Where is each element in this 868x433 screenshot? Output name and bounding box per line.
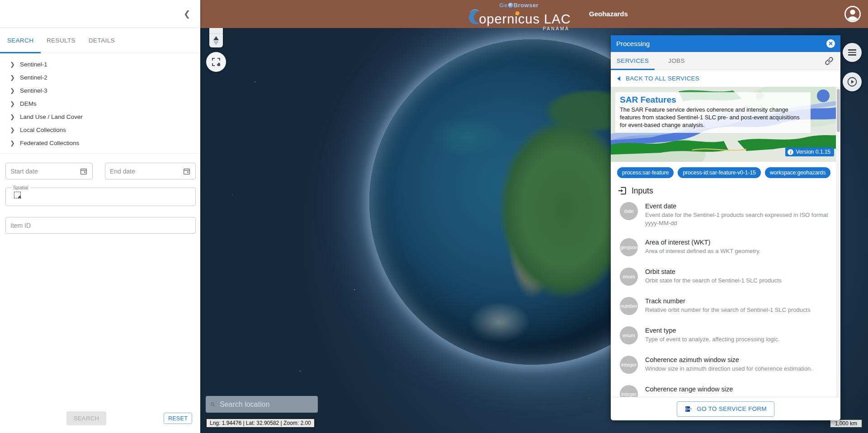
- sidebar-header: ❮: [0, 0, 200, 28]
- search-button[interactable]: SEARCH: [66, 411, 106, 425]
- collection-tree-item[interactable]: ❯ Sentinel-1: [0, 58, 200, 71]
- compass-north-icon: [213, 36, 219, 40]
- play-timeline-button[interactable]: [843, 72, 862, 91]
- collections-tree: ❯ Sentinel-1 ❯ Sentinel-2 ❯ Sentinel-3 ❯…: [0, 53, 200, 154]
- back-arrow-icon: [617, 76, 620, 81]
- input-description: Area of interest defined as a WKT geomet…: [645, 247, 760, 255]
- panel-footer: GO TO SERVICE FORM: [611, 397, 840, 420]
- input-type-badge: geojson: [620, 238, 638, 256]
- close-icon[interactable]: ✕: [826, 39, 835, 48]
- reset-button[interactable]: RESET: [164, 413, 192, 424]
- input-parameter-row[interactable]: integer Coherence range window size: [620, 385, 834, 397]
- end-date-input[interactable]: [110, 168, 183, 175]
- input-description: Type of event to analyze, affecting proc…: [645, 335, 780, 344]
- panel-scroll-area[interactable]: SAR Features The SAR Feature service der…: [611, 87, 840, 397]
- panel-tab[interactable]: JOBS: [655, 52, 698, 70]
- panel-scrollbar[interactable]: [836, 87, 840, 397]
- chevron-right-icon[interactable]: ❯: [10, 113, 20, 120]
- input-type-badge: date: [620, 202, 638, 220]
- input-name: Orbit state: [645, 268, 782, 275]
- service-name: SAR Features: [620, 95, 806, 105]
- input-description: Relative orbit number for the search of …: [645, 306, 811, 314]
- collection-tree-item[interactable]: ❯ Sentinel-3: [0, 84, 200, 97]
- compass-south-icon: [213, 41, 219, 45]
- user-avatar-icon[interactable]: [844, 5, 862, 23]
- input-type-badge: number: [620, 297, 638, 315]
- input-name: Event type: [645, 327, 780, 334]
- bbox-draw-icon: [212, 58, 220, 66]
- input-parameter-row[interactable]: enum Orbit state Orbit state for the sea…: [620, 268, 834, 286]
- input-description: Event date for the Sentinel-1 products s…: [645, 211, 830, 227]
- search-sidebar: ❮ SEARCHRESULTSDETAILS ❯ Sentinel-1 ❯ Se…: [0, 0, 200, 433]
- calendar-icon[interactable]: [183, 167, 191, 175]
- start-date-input[interactable]: [10, 168, 80, 175]
- sidebar-tab[interactable]: DETAILS: [81, 28, 122, 53]
- input-parameter-row[interactable]: geojson Area of interest (WKT) Area of i…: [620, 238, 834, 256]
- input-type-badge: enum: [620, 268, 638, 286]
- app-header: GeBrowser opernicus LAC PANAMÁ Geohazard…: [200, 0, 868, 28]
- spatial-label: Spatial: [11, 185, 30, 190]
- service-card[interactable]: SAR Features The SAR Feature service der…: [611, 87, 840, 162]
- sidebar-tab[interactable]: RESULTS: [41, 28, 81, 53]
- panel-tab[interactable]: SERVICES: [611, 52, 655, 70]
- service-form-icon: [684, 405, 693, 413]
- panel-title: Processing: [616, 40, 650, 47]
- input-name: Area of interest (WKT): [645, 239, 760, 246]
- collection-tree-item[interactable]: ❯ Sentinel-2: [0, 71, 200, 84]
- item-id-input[interactable]: [10, 222, 191, 229]
- chevron-right-icon[interactable]: ❯: [10, 74, 20, 81]
- copernicus-logo: GeBrowser opernicus LAC PANAMÁ: [460, 2, 578, 31]
- scrollbar-thumb[interactable]: [837, 89, 840, 132]
- back-to-all-services-link[interactable]: BACK TO ALL SERVICES: [611, 70, 840, 87]
- collection-tree-item[interactable]: ❯ Land Use / Land Cover: [0, 110, 200, 123]
- brand-text: opernicus LAC: [479, 13, 571, 26]
- brand-subtitle: PANAMÁ: [460, 26, 578, 31]
- collection-tree-item[interactable]: ❯ Federated Collections: [0, 136, 200, 150]
- end-date-field: [105, 163, 196, 179]
- permalink-icon[interactable]: [824, 56, 834, 66]
- draw-bbox-button[interactable]: [206, 52, 226, 72]
- location-search-input[interactable]: [220, 400, 313, 409]
- chevron-right-icon[interactable]: ❯: [10, 127, 20, 133]
- spatial-draw-icon[interactable]: [14, 192, 21, 198]
- collapse-sidebar-icon[interactable]: ❮: [184, 9, 190, 19]
- geobrowser-globe-icon: [508, 3, 513, 8]
- search-icon: [210, 400, 215, 409]
- info-icon: i: [788, 149, 793, 155]
- collection-tree-item[interactable]: ❯ DEMs: [0, 97, 200, 110]
- input-parameter-row[interactable]: enum Event type Type of event to analyze…: [620, 326, 834, 344]
- go-to-service-form-button[interactable]: GO TO SERVICE FORM: [677, 401, 774, 417]
- play-circle-icon: [847, 76, 858, 87]
- start-date-field: [5, 163, 93, 179]
- inputs-heading: Inputs: [632, 186, 653, 196]
- inputs-icon: [617, 186, 627, 196]
- brand-orange-dot: [515, 11, 519, 15]
- collection-tree-item[interactable]: ❯ Local Collections: [0, 123, 200, 136]
- chevron-right-icon[interactable]: ❯: [10, 61, 20, 68]
- layers-menu-button[interactable]: [843, 43, 862, 62]
- compass-reset-button[interactable]: [209, 34, 223, 47]
- input-parameter-row[interactable]: integer Coherence azimuth window size Wi…: [620, 356, 834, 374]
- service-tag[interactable]: workspace:geohazards: [765, 167, 830, 178]
- input-name: Track number: [645, 297, 811, 305]
- service-tag[interactable]: process:sar-feature: [617, 167, 674, 178]
- chevron-right-icon[interactable]: ❯: [10, 140, 20, 146]
- chevron-right-icon[interactable]: ❯: [10, 87, 20, 94]
- chevron-right-icon[interactable]: ❯: [10, 100, 20, 107]
- service-tags: process:sar-featureprocess-id:sar-featur…: [611, 162, 840, 178]
- service-description: The SAR Feature service derives coherenc…: [620, 106, 806, 129]
- sidebar-tab[interactable]: SEARCH: [0, 28, 41, 53]
- input-description: Orbit state for the search of Sentinel-1…: [645, 277, 782, 285]
- input-type-badge: enum: [620, 326, 638, 344]
- input-description: Window size in azimuth direction used fo…: [645, 365, 812, 373]
- calendar-icon[interactable]: [80, 167, 88, 175]
- panel-title-bar: Processing ✕: [611, 35, 840, 52]
- input-name: Coherence range window size: [645, 386, 733, 393]
- input-parameter-row[interactable]: date Event date Event date for the Senti…: [620, 202, 834, 227]
- service-tag[interactable]: process-id:sar-feature-v0-1-15: [678, 167, 760, 178]
- input-name: Coherence azimuth window size: [645, 356, 812, 363]
- input-parameter-row[interactable]: number Track number Relative orbit numbe…: [620, 297, 834, 315]
- inputs-list: date Event date Event date for the Senti…: [611, 198, 840, 397]
- location-search-box: [206, 396, 318, 413]
- panel-tabs: SERVICESJOBS: [611, 52, 840, 70]
